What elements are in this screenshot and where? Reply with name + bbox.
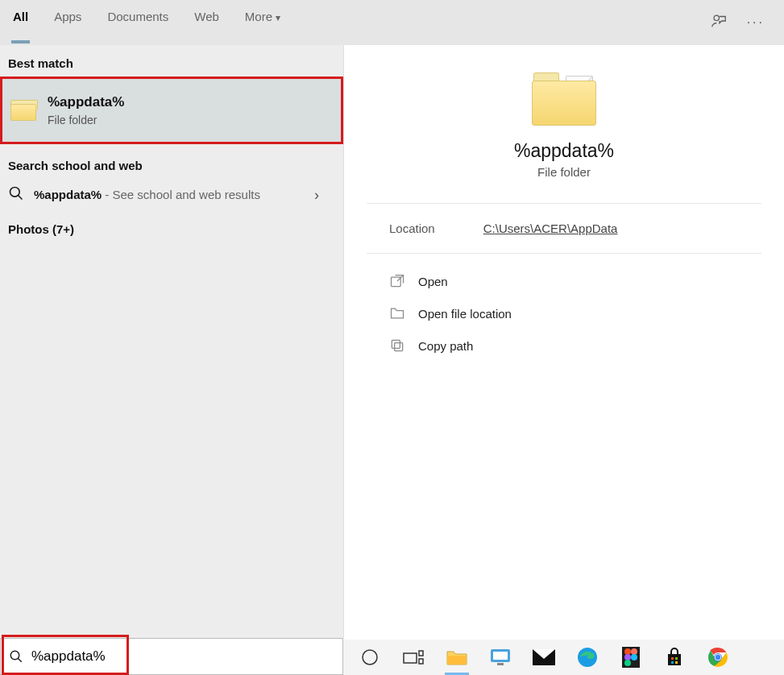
action-copy-path-label: Copy path xyxy=(418,339,473,353)
taskbar xyxy=(343,638,784,675)
taskbar-chrome-icon[interactable] xyxy=(701,640,735,674)
action-open-file-location[interactable]: Open file location xyxy=(389,297,739,329)
svg-rect-8 xyxy=(419,651,423,656)
search-icon xyxy=(8,185,24,205)
tab-web[interactable]: Web xyxy=(181,0,232,45)
best-match-header: Best match xyxy=(0,45,343,77)
svg-point-5 xyxy=(10,651,19,660)
location-path[interactable]: C:\Users\ACER\AppData xyxy=(483,222,618,235)
svg-rect-21 xyxy=(671,657,674,660)
feedback-icon[interactable] xyxy=(710,12,728,33)
taskbar-file-explorer-icon[interactable] xyxy=(440,640,474,674)
svg-point-0 xyxy=(714,15,719,20)
taskbar-figma-icon[interactable] xyxy=(614,640,648,674)
svg-point-1 xyxy=(10,188,20,197)
svg-point-20 xyxy=(624,660,631,666)
detail-title: %appdata% xyxy=(514,140,614,162)
svg-rect-22 xyxy=(675,657,678,660)
search-icon xyxy=(9,649,23,664)
folder-large-icon xyxy=(532,72,596,126)
taskbar-app-icon[interactable] xyxy=(483,640,517,674)
svg-rect-10 xyxy=(447,656,467,665)
svg-rect-7 xyxy=(404,653,417,663)
svg-rect-3 xyxy=(395,343,403,351)
results-pane: Best match %appdata% File folder Search … xyxy=(0,45,343,638)
web-query-text: %appdata% xyxy=(34,188,102,201)
search-tabs: All Apps Documents Web More▾ ··· xyxy=(0,0,784,45)
action-open[interactable]: Open xyxy=(389,265,739,297)
svg-point-16 xyxy=(624,648,631,655)
chevron-down-icon: ▾ xyxy=(276,12,280,23)
svg-rect-24 xyxy=(675,661,678,664)
detail-subtitle: File folder xyxy=(537,165,591,179)
taskbar-edge-icon[interactable] xyxy=(570,640,604,674)
best-match-highlight: %appdata% File folder xyxy=(0,77,343,144)
location-label: Location xyxy=(389,222,435,235)
web-search-result[interactable]: %appdata% - See school and web results › xyxy=(0,179,343,211)
svg-point-28 xyxy=(716,655,720,660)
action-copy-path[interactable]: Copy path xyxy=(389,329,739,362)
svg-rect-9 xyxy=(419,659,423,664)
more-options-icon[interactable]: ··· xyxy=(747,15,765,30)
folder-icon xyxy=(10,100,36,121)
svg-point-19 xyxy=(631,654,637,661)
taskbar-mail-icon[interactable] xyxy=(527,640,561,674)
svg-rect-12 xyxy=(493,652,508,660)
svg-rect-23 xyxy=(671,661,674,664)
search-input-text: %appdata% xyxy=(31,648,106,665)
best-match-title: %appdata% xyxy=(48,94,124,110)
svg-point-6 xyxy=(363,650,377,665)
search-input[interactable]: %appdata% xyxy=(0,638,343,675)
svg-point-18 xyxy=(624,654,631,661)
action-open-label: Open xyxy=(418,275,448,288)
action-open-loc-label: Open file location xyxy=(418,307,512,321)
taskbar-cortana-icon[interactable] xyxy=(353,640,387,674)
tab-apps[interactable]: Apps xyxy=(41,0,94,45)
tab-all[interactable]: All xyxy=(0,0,41,45)
chevron-right-icon[interactable]: › xyxy=(314,187,335,204)
search-wrap: %appdata% xyxy=(0,638,343,675)
web-suffix-text: - See school and web results xyxy=(102,188,260,201)
best-match-subtitle: File folder xyxy=(48,114,124,126)
detail-pane: %appdata% File folder Location C:\Users\… xyxy=(343,45,784,638)
svg-rect-4 xyxy=(392,340,400,348)
best-match-result[interactable]: %appdata% File folder xyxy=(2,79,341,142)
photos-header: Photos (7+) xyxy=(0,211,343,242)
svg-point-17 xyxy=(631,648,637,655)
tab-documents[interactable]: Documents xyxy=(94,0,181,45)
search-web-header: Search school and web xyxy=(0,147,343,179)
taskbar-store-icon[interactable] xyxy=(657,640,691,674)
svg-rect-13 xyxy=(497,663,504,665)
tab-more[interactable]: More▾ xyxy=(232,0,293,45)
taskbar-taskview-icon[interactable] xyxy=(396,640,430,674)
taskbar-area: %appdata% xyxy=(0,638,784,675)
